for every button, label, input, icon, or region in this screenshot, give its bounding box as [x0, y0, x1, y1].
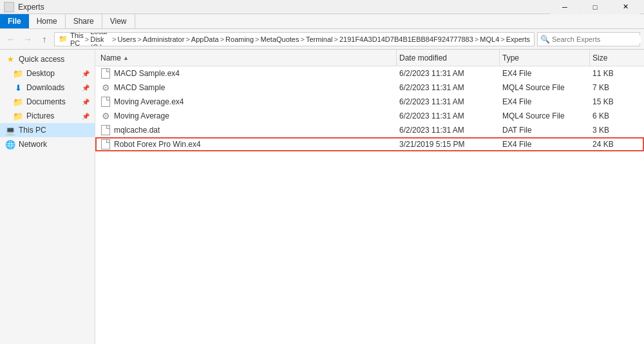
- maximize-button[interactable]: □: [580, 0, 610, 14]
- table-row[interactable]: Moving Average.ex4 6/2/2023 11:31 AM EX4…: [95, 95, 644, 109]
- file-size-cell: 6 KB: [590, 111, 641, 120]
- sidebar-item-downloads[interactable]: ⬇ Downloads 📌: [0, 81, 95, 95]
- tab-share[interactable]: Share: [66, 14, 102, 28]
- folder-icon: 📁: [13, 111, 23, 121]
- sidebar-item-label: This PC: [19, 126, 46, 135]
- col-header-date[interactable]: Date modified: [397, 50, 500, 66]
- search-box[interactable]: 🔍: [537, 32, 640, 46]
- file-icon: ⚙: [100, 82, 111, 93]
- sidebar-item-label: Documents: [26, 97, 66, 106]
- file-size-cell: 24 KB: [590, 140, 641, 149]
- table-row[interactable]: MACD Sample.ex4 6/2/2023 11:31 AM EX4 Fi…: [95, 66, 644, 81]
- table-row[interactable]: ⚙ Moving Average 6/2/2023 11:31 AM MQL4 …: [95, 109, 644, 123]
- col-header-name[interactable]: Name ▲: [98, 50, 397, 66]
- file-name-cell: Robot Forex Pro Win.ex4: [98, 139, 397, 149]
- download-icon: ⬇: [13, 82, 23, 93]
- sidebar-item-documents[interactable]: 📁 Documents 📌: [0, 95, 95, 109]
- file-icon: [100, 139, 111, 149]
- file-type-cell: MQL4 Source File: [500, 83, 590, 92]
- sidebar-item-label: Desktop: [26, 69, 55, 78]
- file-date-cell: 6/2/2023 11:31 AM: [397, 111, 500, 120]
- network-icon: 🌐: [5, 139, 15, 149]
- title-bar: Experts ─ □ ✕: [0, 0, 644, 14]
- file-icon: [100, 97, 111, 107]
- sidebar-item-this-pc[interactable]: 💻 This PC: [0, 123, 95, 137]
- table-row[interactable]: Robot Forex Pro Win.ex4 3/21/2019 5:15 P…: [95, 137, 644, 151]
- sidebar-item-label: Quick access: [19, 55, 64, 64]
- window-icon: [4, 2, 14, 12]
- search-icon: 🔍: [540, 35, 550, 44]
- file-date-cell: 6/2/2023 11:31 AM: [397, 83, 500, 92]
- file-name-cell: Moving Average.ex4: [98, 97, 397, 107]
- file-name-cell: ⚙ Moving Average: [98, 111, 397, 121]
- file-icon: [100, 68, 111, 79]
- pin-icon: 📌: [82, 70, 90, 77]
- file-name-cell: MACD Sample.ex4: [98, 68, 397, 79]
- main-layout: ★ Quick access 📁 Desktop 📌 ⬇ Downloads 📌…: [0, 50, 644, 344]
- tab-file[interactable]: File: [0, 14, 29, 28]
- search-input[interactable]: [552, 35, 641, 43]
- minimize-button[interactable]: ─: [550, 0, 580, 14]
- up-button[interactable]: ↑: [37, 32, 52, 46]
- address-path[interactable]: 📁 This PC > Local Disk (C:) > Users > Ad…: [54, 32, 535, 46]
- file-type-cell: DAT File: [500, 126, 590, 135]
- address-bar: ← → ↑ 📁 This PC > Local Disk (C:) > User…: [0, 29, 644, 50]
- computer-icon: 💻: [5, 125, 15, 135]
- file-date-cell: 6/2/2023 11:31 AM: [397, 69, 500, 78]
- file-date-cell: 3/21/2019 5:15 PM: [397, 140, 500, 149]
- col-header-type[interactable]: Type: [500, 50, 590, 66]
- folder-icon: 📁: [13, 68, 23, 79]
- table-row[interactable]: mqlcache.dat 6/2/2023 11:31 AM DAT File …: [95, 123, 644, 137]
- window-buttons[interactable]: ─ □ ✕: [550, 0, 640, 14]
- back-button[interactable]: ←: [4, 32, 18, 46]
- tab-view[interactable]: View: [102, 14, 135, 28]
- sort-indicator: ▲: [123, 55, 129, 61]
- sidebar-item-label: Downloads: [26, 83, 64, 92]
- title-bar-title: Experts: [18, 3, 546, 12]
- forward-button[interactable]: →: [21, 32, 35, 46]
- close-button[interactable]: ✕: [611, 0, 640, 14]
- file-date-cell: 6/2/2023 11:31 AM: [397, 126, 500, 135]
- sidebar-item-desktop[interactable]: 📁 Desktop 📌: [0, 66, 95, 81]
- sidebar-item-network[interactable]: 🌐 Network: [0, 137, 95, 151]
- file-type-cell: MQL4 Source File: [500, 111, 590, 120]
- sidebar: ★ Quick access 📁 Desktop 📌 ⬇ Downloads 📌…: [0, 50, 95, 344]
- star-icon: ★: [5, 54, 15, 64]
- pin-icon: 📌: [82, 99, 90, 106]
- file-size-cell: 3 KB: [590, 126, 641, 135]
- tab-home[interactable]: Home: [29, 14, 66, 28]
- file-icon: ⚙: [100, 111, 111, 121]
- pin-icon: 📌: [82, 84, 90, 91]
- file-size-cell: 7 KB: [590, 83, 641, 92]
- column-headers: Name ▲ Date modified Type Size: [95, 50, 644, 66]
- file-type-cell: EX4 File: [500, 97, 590, 106]
- title-bar-controls[interactable]: [4, 2, 14, 12]
- file-icon: [100, 125, 111, 135]
- sidebar-item-label: Network: [19, 140, 47, 149]
- pin-icon: 📌: [82, 113, 90, 120]
- ribbon-tabs: File Home Share View: [0, 14, 644, 28]
- file-type-cell: EX4 File: [500, 69, 590, 78]
- file-size-cell: 11 KB: [590, 69, 641, 78]
- file-content-area: Name ▲ Date modified Type Size MACD Samp…: [95, 50, 644, 344]
- sidebar-item-pictures[interactable]: 📁 Pictures 📌: [0, 109, 95, 123]
- col-header-size[interactable]: Size: [590, 50, 641, 66]
- file-type-cell: EX4 File: [500, 140, 590, 149]
- folder-icon: 📁: [13, 97, 23, 107]
- file-date-cell: 6/2/2023 11:31 AM: [397, 97, 500, 106]
- file-name-cell: ⚙ MACD Sample: [98, 82, 397, 93]
- file-name-cell: mqlcache.dat: [98, 125, 397, 135]
- file-size-cell: 15 KB: [590, 97, 641, 106]
- sidebar-item-quick-access[interactable]: ★ Quick access: [0, 52, 95, 66]
- table-row[interactable]: ⚙ MACD Sample 6/2/2023 11:31 AM MQL4 Sou…: [95, 81, 644, 95]
- sidebar-item-label: Pictures: [26, 111, 54, 120]
- ribbon: File Home Share View: [0, 14, 644, 29]
